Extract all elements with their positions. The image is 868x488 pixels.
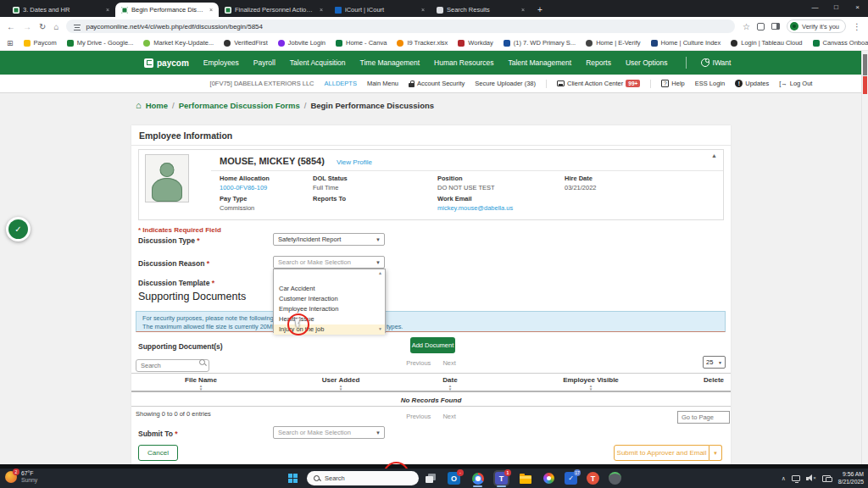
discussion-type-select[interactable]: Safety/Incident Report ▼ <box>273 233 385 246</box>
weather-widget[interactable]: 2 67°F Sunny <box>5 470 37 484</box>
nav-item-human-resources[interactable]: Human Resources <box>434 58 493 67</box>
close-tab-icon[interactable]: × <box>521 7 525 13</box>
bookmark-star-icon[interactable]: ☆ <box>743 22 750 31</box>
bookmark-i9-tracker[interactable]: I9 Tracker.xlsx <box>397 39 448 47</box>
sort-icons[interactable]: ▲▼ <box>406 385 494 391</box>
goto-page-input[interactable] <box>677 411 730 424</box>
extensions-icon[interactable] <box>757 23 765 30</box>
tab-finalized-personnel-action-form[interactable]: Finalized Personnel Action Form × <box>219 3 329 17</box>
new-tab-button[interactable]: + <box>537 5 542 14</box>
feedback-check-button[interactable]: ✓ <box>6 217 31 241</box>
taskbar-search[interactable]: Search <box>307 471 419 485</box>
bookmark-paycom[interactable]: Paycom <box>24 39 57 47</box>
page-size-select[interactable]: 25 ▼ <box>703 356 726 369</box>
back-icon[interactable]: ← <box>7 22 15 31</box>
breadcrumb-section[interactable]: Performance Discussion Forms <box>179 101 300 110</box>
page-scrollbar[interactable] <box>861 51 868 464</box>
close-tab-icon[interactable]: × <box>209 7 213 13</box>
nav-item-talent-management[interactable]: Talent Management <box>508 58 571 67</box>
bookmark-culture-index[interactable]: Home | Culture Index <box>651 39 721 47</box>
tab-begin-performance-discussions[interactable]: Begin Performance Discussions × <box>115 3 219 17</box>
close-tab-icon[interactable]: × <box>320 7 323 13</box>
bookmark-canvass-onboarding[interactable]: Canvass Onboarding <box>813 39 868 47</box>
logout-link[interactable]: [→ Log Out <box>779 80 812 87</box>
dropdown-option[interactable]: Car Accident <box>274 284 385 294</box>
dropdown-option[interactable]: Employee Interaction <box>274 304 385 314</box>
account-security-link[interactable]: Account Security <box>409 80 465 87</box>
minimize-button[interactable]: — <box>804 0 826 15</box>
updates-link[interactable]: ! Updates <box>735 80 769 87</box>
t-app-icon[interactable]: T <box>587 472 599 485</box>
bookmark-market-key[interactable]: Market Key-Update... <box>143 39 214 47</box>
nav-item-talent-acquisition[interactable]: Talent Acquisition <box>290 58 346 67</box>
bookmark-verifiedfirst[interactable]: VerifiedFirst <box>224 39 268 47</box>
submit-to-approver-button[interactable]: Submit to Approver and Email <box>614 445 709 461</box>
column-header-file-name[interactable]: File Name <box>157 376 245 384</box>
sort-icons[interactable]: ▲▼ <box>157 385 245 391</box>
dropdown-option-blank[interactable] <box>274 274 385 284</box>
bookmark-wd-primary[interactable]: (1) 7. WD Primary S... <box>504 39 576 47</box>
add-document-button[interactable]: Add Document <box>410 337 455 353</box>
column-header-employee-visible[interactable]: Employee Visible <box>538 376 643 384</box>
bookmark-jobvite[interactable]: Jobvite Login <box>278 39 326 47</box>
maximize-button[interactable]: □ <box>826 0 847 15</box>
tab-dates-and-hr[interactable]: 3. Dates and HR × <box>7 3 115 17</box>
windows-start-button[interactable] <box>288 474 298 483</box>
url-bar[interactable]: paycomonline.net/v4/cl/web.php/edf/discu… <box>66 19 735 33</box>
iwant-button[interactable]: IWant <box>701 58 732 67</box>
task-view-icon[interactable] <box>426 474 436 483</box>
paycom-logo[interactable]: paycom <box>144 58 189 68</box>
view-profile-link[interactable]: View Profile <box>337 158 372 166</box>
alldepts-link[interactable]: ALLDEPTS <box>325 80 357 87</box>
close-tab-icon[interactable]: × <box>421 7 425 13</box>
main-menu-link[interactable]: Main Menu <box>367 80 398 87</box>
previous-link[interactable]: Previous <box>406 359 431 367</box>
chrome-icon[interactable] <box>471 472 484 485</box>
chevron-up-icon[interactable]: ∧ <box>782 475 786 482</box>
verify-profile-button[interactable]: Verify it's you <box>787 19 846 33</box>
nav-item-reports[interactable]: Reports <box>586 58 611 67</box>
side-panel-icon[interactable] <box>771 23 780 30</box>
bookmark-canva[interactable]: Home - Canva <box>336 39 387 47</box>
ess-login-link[interactable]: ESS Login <box>695 80 725 87</box>
bookmark-everify[interactable]: Home | E-Verify <box>586 39 640 47</box>
teams-icon[interactable]: T1 <box>495 472 508 485</box>
forward-icon[interactable]: → <box>23 22 31 31</box>
secure-uploader-link[interactable]: Secure Uploader (38) <box>475 80 536 87</box>
previous-link[interactable]: Previous <box>406 413 431 420</box>
home-icon[interactable]: ⌂ <box>136 102 142 109</box>
scroll-down-icon[interactable]: ▼ <box>378 326 382 331</box>
close-tab-icon[interactable]: × <box>106 7 109 13</box>
submit-options-dropdown[interactable]: ▼ <box>709 445 722 461</box>
nav-item-payroll[interactable]: Payroll <box>253 58 275 67</box>
browser-menu-icon[interactable]: ⋮ <box>853 22 861 31</box>
bookmark-my-drive[interactable]: My Drive - Google... <box>67 39 134 47</box>
work-email-link[interactable]: mickey.mouse@dabella.us <box>437 204 513 212</box>
scroll-up-icon[interactable]: ▲ <box>378 270 382 275</box>
file-explorer-icon[interactable] <box>519 472 531 485</box>
sort-icons[interactable]: ▲▼ <box>538 385 643 391</box>
cancel-button[interactable]: Cancel <box>138 445 178 461</box>
todo-icon[interactable]: ✓17 <box>565 472 577 485</box>
next-link[interactable]: Next <box>442 413 455 420</box>
column-header-user-added[interactable]: User Added <box>297 376 385 384</box>
nav-item-user-options[interactable]: User Options <box>626 58 668 67</box>
outlook-icon[interactable]: O· <box>448 472 460 485</box>
clock-app-icon[interactable] <box>609 472 621 485</box>
speaker-muted-icon[interactable]: × <box>806 474 816 482</box>
bookmark-tableau[interactable]: Login | Tableau Cloud <box>731 39 802 47</box>
dropdown-option[interactable]: Customer Interaction <box>274 294 385 304</box>
discussion-reason-select[interactable]: Search or Make Selection ▼ <box>273 256 385 269</box>
next-link[interactable]: Next <box>442 359 455 367</box>
help-link[interactable]: ? Help <box>661 80 684 87</box>
breadcrumb-home[interactable]: Home <box>146 101 168 110</box>
tab-search-results[interactable]: Search Results × <box>431 3 531 17</box>
nav-item-time-management[interactable]: Time Management <box>360 58 420 67</box>
tab-icourt[interactable]: iCourt | iCourt × <box>329 3 431 17</box>
sort-icons[interactable]: ▲▼ <box>297 385 385 391</box>
client-action-center-link[interactable]: Client Action Center 99+ <box>557 80 640 87</box>
collapse-panel-icon[interactable]: ▲ <box>711 152 717 158</box>
taskbar-clock[interactable]: 9:56 AM 8/21/2025 <box>838 471 864 485</box>
close-button[interactable]: × <box>847 0 868 15</box>
home-allocation-link[interactable]: 1000-0FV86-109 <box>220 184 270 191</box>
